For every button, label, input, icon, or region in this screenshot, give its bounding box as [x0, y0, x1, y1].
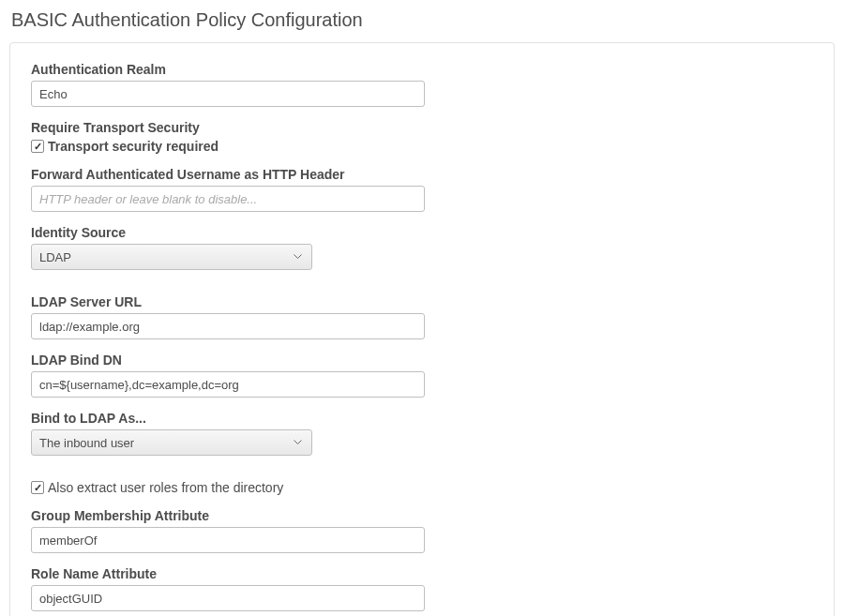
auth-realm-label: Authentication Realm — [31, 62, 813, 77]
bind-as-select[interactable]: The inbound user — [31, 429, 312, 456]
identity-source-select[interactable]: LDAP — [31, 244, 312, 270]
group-attr-input[interactable] — [31, 527, 425, 553]
extract-roles-checkbox[interactable] — [31, 481, 44, 494]
field-ldap-bind-dn: LDAP Bind DN — [31, 353, 813, 398]
ldap-bind-dn-input[interactable] — [31, 371, 425, 398]
field-identity-source: Identity Source LDAP — [31, 225, 813, 270]
ldap-url-label: LDAP Server URL — [31, 294, 813, 309]
field-group-attr: Group Membership Attribute — [31, 508, 813, 553]
role-attr-label: Role Name Attribute — [31, 566, 813, 581]
bind-as-label: Bind to LDAP As... — [31, 411, 813, 426]
page-title: BASIC Authentication Policy Configuratio… — [9, 9, 835, 31]
identity-source-label: Identity Source — [31, 225, 813, 240]
field-ldap-url: LDAP Server URL — [31, 294, 813, 339]
field-require-transport: Require Transport Security Transport sec… — [31, 120, 813, 154]
role-attr-input[interactable] — [31, 585, 425, 611]
ldap-bind-dn-label: LDAP Bind DN — [31, 353, 813, 368]
field-auth-realm: Authentication Realm — [31, 62, 813, 107]
field-bind-as: Bind to LDAP As... The inbound user — [31, 411, 813, 456]
field-extract-roles: Also extract user roles from the directo… — [31, 480, 813, 495]
require-transport-label: Require Transport Security — [31, 120, 813, 135]
chevron-down-icon — [294, 440, 302, 445]
transport-security-checkbox[interactable] — [31, 140, 44, 153]
group-attr-label: Group Membership Attribute — [31, 508, 813, 523]
field-role-attr: Role Name Attribute — [31, 566, 813, 611]
transport-security-checkbox-label[interactable]: Transport security required — [48, 139, 219, 154]
identity-source-value: LDAP — [39, 250, 71, 264]
forward-header-input[interactable] — [31, 186, 425, 212]
chevron-down-icon — [294, 254, 302, 260]
bind-as-value: The inbound user — [39, 436, 134, 450]
ldap-url-input[interactable] — [31, 313, 425, 339]
forward-header-label: Forward Authenticated Username as HTTP H… — [31, 167, 813, 182]
config-panel: Authentication Realm Require Transport S… — [9, 42, 835, 616]
auth-realm-input[interactable] — [31, 81, 425, 107]
field-forward-header: Forward Authenticated Username as HTTP H… — [31, 167, 813, 212]
extract-roles-checkbox-label[interactable]: Also extract user roles from the directo… — [48, 480, 283, 495]
